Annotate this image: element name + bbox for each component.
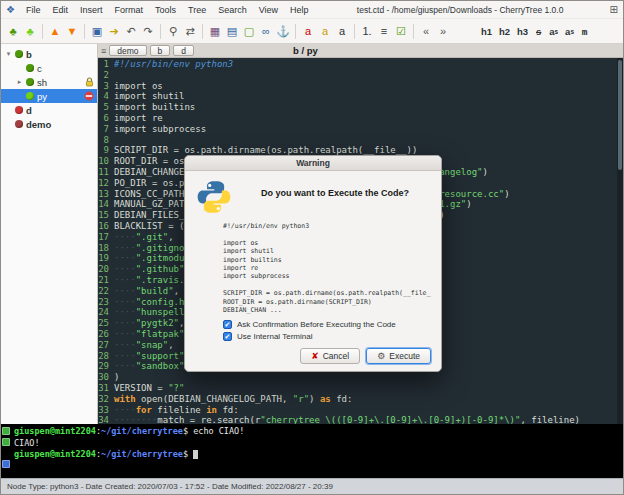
insert-table-icon[interactable]: ▤ [224, 22, 240, 40]
line-number: 24 [98, 307, 114, 318]
preview-line: import os [223, 239, 431, 247]
editor-scrollbar[interactable] [617, 58, 623, 424]
python-logo-icon [195, 178, 233, 216]
menu-insert[interactable]: Insert [74, 3, 109, 17]
code-line-34[interactable]: 34········match = re.search(r"cherrytree… [98, 415, 623, 424]
expander-icon[interactable]: ▾ [5, 50, 12, 58]
code-line-8[interactable]: 8 [98, 135, 623, 146]
insert-codebox-icon[interactable]: ▢ [241, 22, 257, 40]
new-node-icon[interactable]: ♣ [5, 22, 21, 40]
terminal-gutter-icon-2[interactable] [2, 438, 10, 446]
nodes-list-icon[interactable]: ≡ [101, 46, 106, 56]
menu-format[interactable]: Format [109, 3, 150, 17]
highlight-color-icon[interactable]: a [317, 22, 333, 40]
new-subnode-icon[interactable]: ♣ [22, 22, 38, 40]
indent-more-icon[interactable]: » [435, 22, 451, 40]
format-monospace-button[interactable]: m [578, 23, 591, 39]
numbered-list-icon[interactable]: 1. [359, 22, 375, 40]
format-h3-button[interactable]: h3 [514, 23, 531, 39]
menu-list: FileEditInsertFormatToolsTreeSearchViewH… [20, 3, 315, 17]
tab-list: demobd [109, 45, 194, 56]
code-line-33[interactable]: 33····for fileline in fd: [98, 405, 623, 416]
line-number: 26 [98, 329, 114, 340]
tree-node-b[interactable]: ▾b [1, 47, 97, 61]
execute-button[interactable]: ⚙Execute [366, 348, 431, 364]
terminal-gutter-icon-3[interactable] [2, 460, 10, 468]
menu-tools[interactable]: Tools [149, 3, 182, 17]
format-superscript-button[interactable]: as [546, 23, 561, 39]
tab-demo[interactable]: demo [109, 45, 146, 56]
menu-view[interactable]: View [253, 3, 284, 17]
tabbar: ≡ demobd b / py [98, 44, 623, 58]
redo-icon[interactable]: ↷ [140, 22, 156, 40]
checkbox-ask-confirmation[interactable]: ✔Ask Confirmation Before Executing the C… [223, 320, 431, 329]
bullet-list-icon[interactable]: ≡ [376, 22, 392, 40]
code-line-4[interactable]: 4import shutil [98, 91, 623, 102]
line-number: 11 [98, 167, 114, 178]
indent-less-icon[interactable]: « [418, 22, 434, 40]
code-line-6[interactable]: 6import re [98, 113, 623, 124]
code-line-2[interactable]: 2 [98, 70, 623, 81]
tab-d[interactable]: d [173, 45, 194, 56]
bold-icon[interactable]: a [334, 22, 350, 40]
dialog-title[interactable]: Warning [185, 156, 441, 171]
app-icon[interactable]: ❖ [6, 4, 15, 15]
terminal-panel[interactable]: giuspen@mint2204:~/git/cherrytree$ echo … [1, 424, 623, 478]
tree-node-sh[interactable]: ▸sh [1, 75, 97, 89]
search-icon[interactable]: ⚲ [165, 22, 181, 40]
menu-tree[interactable]: Tree [182, 3, 212, 17]
expander-icon[interactable]: ▸ [16, 78, 23, 86]
code-line-7[interactable]: 7import subprocess [98, 124, 623, 135]
tab-b[interactable]: b [150, 45, 171, 56]
toolbar-icons: ♣♣▲▼▣➔↶↷⚲⇄▦▤▢∞⚓aaa1.≡☑«» [5, 22, 451, 40]
tree-node-py[interactable]: py [1, 89, 97, 103]
terminal-line: CIAO! [14, 438, 623, 450]
export-icon[interactable]: ➔ [106, 22, 122, 40]
insert-anchor-icon[interactable]: ⚓ [275, 22, 291, 40]
preview-line: import builtins [223, 256, 431, 264]
node-up-icon[interactable]: ▲ [47, 22, 63, 40]
checkbox-label: Use Internal Terminal [237, 332, 312, 341]
line-number: 1 [98, 59, 114, 70]
tree-node-c[interactable]: c [1, 61, 97, 75]
dialog-heading: Do you want to Execute the Code? [239, 188, 431, 198]
checkbox-icon[interactable]: ✔ [223, 332, 232, 341]
scrollbar-thumb[interactable] [618, 60, 622, 170]
format-strikethrough-button[interactable]: s [532, 23, 545, 39]
code-line-32[interactable]: 32with open(DEBIAN_CHANGELOG_PATH, "r") … [98, 394, 623, 405]
tree-node-d[interactable]: d [1, 103, 97, 117]
code-line-1[interactable]: 1#!/usr/bin/env python3 [98, 59, 623, 70]
insert-image-icon[interactable]: ▦ [207, 22, 223, 40]
format-subscript-button[interactable]: as [562, 23, 577, 39]
menu-edit[interactable]: Edit [46, 3, 74, 17]
line-number: 29 [98, 361, 114, 372]
menu-search[interactable]: Search [212, 3, 253, 17]
cherrytree-window: ❖ FileEditInsertFormatToolsTreeSearchVie… [0, 0, 624, 495]
code-line-5[interactable]: 5import builtins [98, 102, 623, 113]
save-icon[interactable]: ▣ [89, 22, 105, 40]
code-line-31[interactable]: 31VERSION = "?" [98, 383, 623, 394]
todo-list-icon[interactable]: ☑ [393, 22, 409, 40]
node-down-icon[interactable]: ▼ [64, 22, 80, 40]
lock-icon [85, 77, 94, 87]
format-h1-button[interactable]: h1 [478, 23, 495, 39]
dialog-checkboxes: ✔Ask Confirmation Before Executing the C… [223, 320, 431, 341]
window-grid-icon[interactable]: ⊞ [610, 4, 618, 15]
menu-file[interactable]: File [20, 3, 47, 17]
menu-help[interactable]: Help [284, 3, 315, 17]
find-replace-icon[interactable]: ⇄ [182, 22, 198, 40]
terminal-gutter-icon-1[interactable] [2, 427, 10, 435]
undo-icon[interactable]: ↶ [123, 22, 139, 40]
format-h2-button[interactable]: h2 [496, 23, 513, 39]
code-line-3[interactable]: 3import os [98, 81, 623, 92]
code-line-30[interactable]: 30) [98, 372, 623, 383]
line-number: 8 [98, 135, 114, 146]
tree-node-demo[interactable]: demo [1, 117, 97, 131]
text-color-icon[interactable]: a [300, 22, 316, 40]
preview-line: #!/usr/bin/env python3 [223, 222, 431, 230]
cancel-button[interactable]: ✘Cancel [300, 348, 360, 364]
breadcrumb: b / py [293, 45, 318, 56]
checkbox-use-internal-terminal[interactable]: ✔Use Internal Terminal [223, 332, 431, 341]
checkbox-icon[interactable]: ✔ [223, 320, 232, 329]
insert-link-icon[interactable]: ∞ [258, 22, 274, 40]
